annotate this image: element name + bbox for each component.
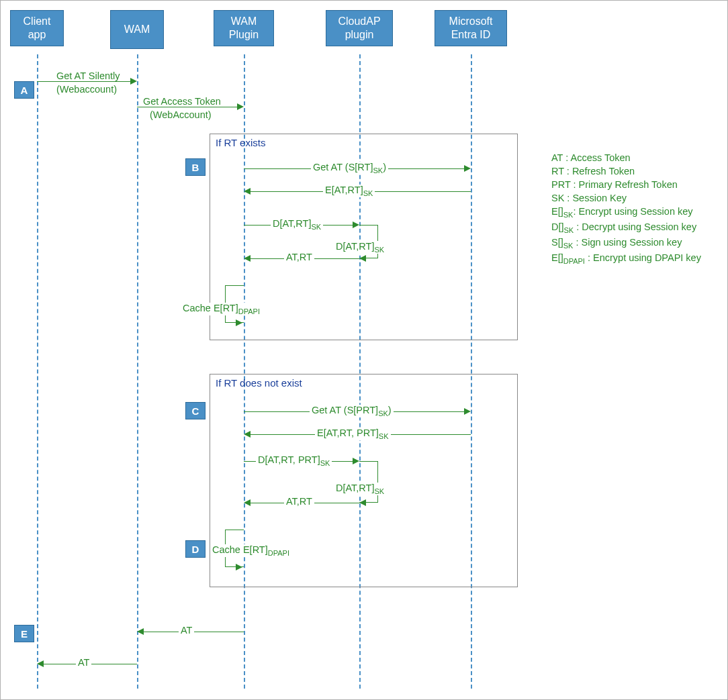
lifeline-wam xyxy=(137,54,138,689)
step-D: D xyxy=(185,540,206,558)
altbox-rt-not-exists-title: If RT does not exist xyxy=(216,377,302,389)
msg-get-at-silently-l1: Get AT Silently xyxy=(54,70,122,81)
msg-d-cache-label: Cache E[RT]DPAPI xyxy=(210,544,291,557)
step-A: A xyxy=(14,81,34,99)
step-B: B xyxy=(185,158,206,176)
participant-wam-plugin: WAM Plugin xyxy=(214,10,274,46)
msg-e-return-client-label: AT xyxy=(76,657,91,668)
msg-e-return-wam-label: AT xyxy=(179,625,194,636)
msg-b-return-enc-label: E[AT,RT]SK xyxy=(323,185,375,197)
glossary-sk: SK : Session Key xyxy=(551,193,713,203)
glossary-dsk: D[]SK : Decrypt using Session key xyxy=(551,221,713,234)
participant-entra: Microsoft Entra ID xyxy=(435,10,507,46)
glossary-edp: E[]DPAPI : Encrypt using DPAPI key xyxy=(551,252,713,265)
step-E: E xyxy=(14,625,34,642)
lifeline-client xyxy=(37,54,38,689)
participant-cloudap: CloudAP plugin xyxy=(326,10,393,46)
glossary-prt: PRT : Primary Refresh Token xyxy=(551,179,713,190)
msg-c-return-enc-label: E[AT,RT, PRT]SK xyxy=(315,428,391,440)
msg-get-access-token-l1: Get Access Token xyxy=(141,96,223,107)
msg-b-get-at-label: Get AT (S[RT]SK) xyxy=(311,162,388,174)
sequence-diagram: Client app WAM WAM Plugin CloudAP plugin… xyxy=(0,0,728,700)
msg-b-atrt-label: AT,RT xyxy=(284,252,314,262)
msg-c-decrypt-req-label: D[AT,RT, PRT]SK xyxy=(256,454,332,467)
step-C: C xyxy=(185,402,206,419)
participant-client: Client app xyxy=(10,10,64,46)
glossary: AT : Access Token RT : Refresh Token PRT… xyxy=(551,152,713,268)
msg-c-decrypt-self-label: D[AT,RT]SK xyxy=(334,483,386,495)
msg-c-get-at-label: Get AT (S[PRT]SK) xyxy=(310,405,394,417)
msg-get-access-token-l2: (WebAccount) xyxy=(148,109,214,120)
msg-b-decrypt-req-label: D[AT,RT]SK xyxy=(271,218,323,231)
participant-wam: WAM xyxy=(110,10,164,49)
glossary-rt: RT : Refresh Token xyxy=(551,166,713,177)
glossary-ssk: S[]SK : Sign using Session key xyxy=(551,237,713,250)
msg-c-atrt-label: AT,RT xyxy=(284,496,314,507)
altbox-rt-exists-title: If RT exists xyxy=(216,137,265,148)
msg-b-cache-label: Cache E[RT]DPAPI xyxy=(181,303,262,315)
glossary-esk: E[]SK: Encrypt using Session key xyxy=(551,206,713,219)
msg-b-decrypt-self-label: D[AT,RT]SK xyxy=(334,241,386,254)
glossary-at: AT : Access Token xyxy=(551,152,713,163)
msg-get-at-silently-l2: (Webaccount) xyxy=(54,84,119,95)
